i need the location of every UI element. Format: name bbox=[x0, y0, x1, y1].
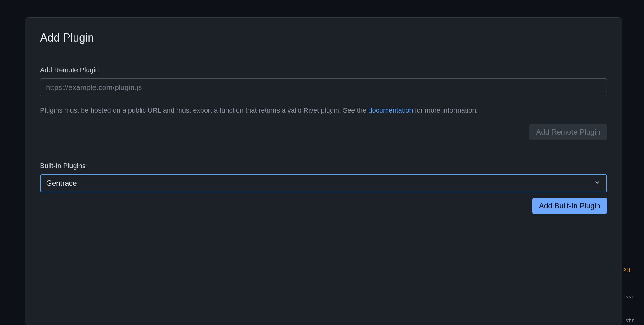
remote-plugin-help-text: Plugins must be hosted on a public URL a… bbox=[40, 105, 607, 115]
builtin-plugin-label: Built-In Plugins bbox=[40, 162, 607, 170]
add-plugin-modal: Add Plugin Add Remote Plugin Plugins mus… bbox=[25, 17, 622, 325]
builtin-select-wrapper: Gentrace bbox=[40, 174, 607, 192]
builtin-plugin-select[interactable]: Gentrace bbox=[40, 174, 607, 192]
help-text-prefix: Plugins must be hosted on a public URL a… bbox=[40, 106, 368, 114]
documentation-link[interactable]: documentation bbox=[368, 106, 413, 114]
background-code-line: missi bbox=[619, 293, 644, 301]
builtin-button-row: Add Built-In Plugin bbox=[40, 198, 607, 214]
add-builtin-plugin-button[interactable]: Add Built-In Plugin bbox=[532, 198, 607, 214]
remote-button-row: Add Remote Plugin bbox=[40, 124, 607, 140]
builtin-selected-value: Gentrace bbox=[46, 179, 77, 188]
background-code-line: : str bbox=[619, 317, 644, 325]
remote-plugin-label: Add Remote Plugin bbox=[40, 66, 607, 74]
background-code-panel: APH missi : str etass bbox=[619, 248, 644, 325]
help-text-suffix: for more information. bbox=[413, 106, 478, 114]
background-code-header: APH bbox=[619, 264, 644, 277]
add-remote-plugin-button[interactable]: Add Remote Plugin bbox=[529, 124, 607, 140]
builtin-plugin-section: Built-In Plugins Gentrace Add Built-In P… bbox=[40, 162, 607, 214]
remote-plugin-url-input[interactable] bbox=[40, 78, 607, 96]
modal-title: Add Plugin bbox=[40, 31, 607, 44]
remote-plugin-section: Add Remote Plugin Plugins must be hosted… bbox=[40, 66, 607, 140]
